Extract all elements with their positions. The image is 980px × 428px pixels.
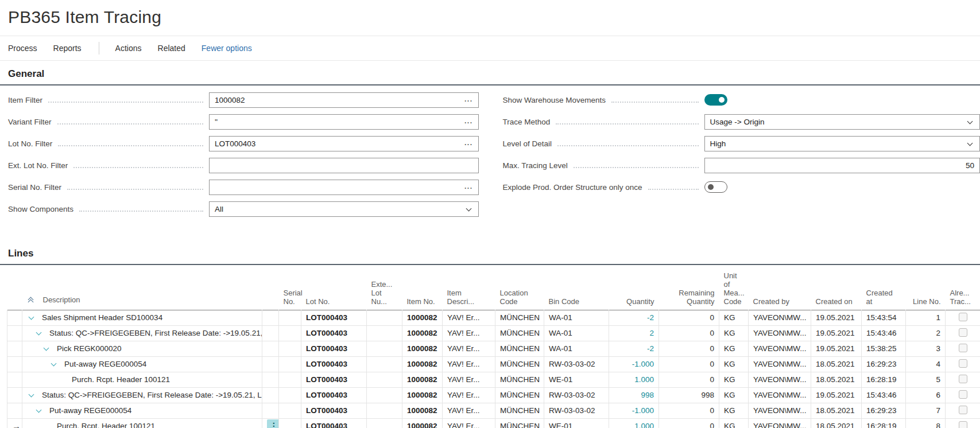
field-label-wrap: Serial No. Filter — [8, 183, 209, 192]
already-traced-checkbox[interactable] — [959, 406, 967, 414]
column-header-serial[interactable]: Serial No. — [279, 265, 301, 310]
column-header-bin[interactable]: Bin Code — [544, 265, 609, 310]
table-row[interactable]: Status: QC->FREIGEGEBEN, First Release D… — [7, 325, 980, 341]
table-row[interactable]: Put-away REGE000054LOT0004031000082YAV! … — [7, 356, 980, 372]
column-header-ext_lot[interactable]: Exte... Lot Nu... — [367, 265, 402, 310]
description-tree-node[interactable]: Status: QC->FREIGEGEBEN, First Release D… — [28, 326, 262, 341]
cell-already — [946, 356, 980, 372]
chevron-down-icon[interactable] — [44, 345, 49, 351]
column-header-item_desc[interactable]: Item Descri... — [443, 265, 495, 310]
explode-prod-order-structure-only-once-toggle[interactable] — [704, 181, 727, 193]
cell-qty[interactable]: -2 — [609, 341, 659, 356]
chevron-box — [28, 394, 42, 396]
description-tree-node[interactable]: Purch. Rcpt. Header 100121 — [28, 372, 262, 387]
cell-ext_lot — [367, 403, 402, 418]
table-row[interactable]: Pick REGK000020LOT0004031000082YAV! Er..… — [7, 341, 980, 356]
cell-qty[interactable]: -2 — [609, 310, 659, 325]
form-row-max-tracing-level: Max. Tracing Level50 — [503, 158, 980, 173]
cell-qty[interactable]: 1.000 — [609, 418, 659, 428]
lines-section-header[interactable]: Lines — [0, 246, 980, 265]
already-traced-checkbox[interactable] — [959, 375, 967, 383]
column-header-remaining[interactable]: Remaining Quantity — [659, 265, 719, 310]
chevron-down-icon[interactable] — [29, 314, 34, 320]
description-text: Put-away REGE000054 — [49, 403, 131, 418]
cell-qty[interactable]: 2 — [609, 325, 659, 341]
cell-qty[interactable]: -1.000 — [609, 356, 659, 372]
cell-description[interactable]: Put-away REGE000054 — [22, 403, 262, 418]
cell-qty[interactable]: -1.000 — [609, 403, 659, 418]
field-label-wrap: Explode Prod. Order Structure only once — [503, 183, 704, 192]
row-context-menu-button[interactable]: ⋮ — [267, 419, 279, 428]
already-traced-checkbox[interactable] — [959, 359, 967, 368]
table-row[interactable]: Sales Shipment Header SD100034LOT0004031… — [7, 310, 980, 325]
lookup-ellipsis-button[interactable]: ... — [464, 135, 473, 150]
variant-filter-input[interactable]: ''... — [209, 114, 479, 130]
cell-description[interactable]: Pick REGK000020 — [22, 341, 262, 356]
column-header-lot[interactable]: Lot No. — [301, 265, 367, 310]
chevron-down-icon[interactable] — [36, 329, 42, 335]
cell-description[interactable]: Purch. Rcpt. Header 100121 — [22, 418, 262, 428]
column-header-description[interactable]: Description — [22, 265, 262, 310]
cell-qty[interactable]: 998 — [609, 387, 659, 403]
already-traced-checkbox[interactable] — [959, 344, 967, 352]
cell-qty[interactable]: 1.000 — [609, 372, 659, 387]
column-header-uom[interactable]: Unit of Mea... Code — [719, 265, 749, 310]
action-related[interactable]: Related — [158, 44, 185, 53]
lookup-ellipsis-button[interactable]: ... — [464, 92, 473, 106]
already-traced-checkbox[interactable] — [959, 390, 967, 399]
column-header-qty[interactable]: Quantity — [609, 265, 659, 310]
table-row[interactable]: Purch. Rcpt. Header 100121LOT00040310000… — [7, 372, 980, 387]
already-traced-checkbox[interactable] — [959, 328, 967, 337]
description-tree-node[interactable]: Put-away REGE000054 — [28, 357, 262, 372]
lot-no-filter-input[interactable]: LOT000403... — [209, 136, 479, 151]
description-tree-node[interactable]: Pick REGK000020 — [28, 341, 262, 356]
cell-description[interactable]: Put-away REGE000054 — [22, 356, 262, 372]
chevron-down-icon — [967, 141, 973, 146]
show-components-select[interactable]: All — [209, 201, 479, 217]
column-header-created_at[interactable]: Created at — [862, 265, 906, 310]
table-row[interactable]: Put-away REGE000054LOT0004031000082YAV! … — [7, 403, 980, 418]
field-label-wrap: Show Components — [8, 205, 209, 213]
cell-serial — [279, 418, 301, 428]
table-row[interactable]: Status: QC->FREIGEGEBEN, First Release D… — [7, 387, 980, 403]
description-tree-node[interactable]: Sales Shipment Header SD100034 — [28, 310, 262, 325]
chevron-down-icon[interactable] — [51, 360, 57, 366]
form-row-explode-prod-order-structure-only-once: Explode Prod. Order Structure only once — [503, 180, 980, 195]
description-tree-node[interactable]: Purch. Rcpt. Header 100121 — [28, 419, 262, 428]
ext-lot-no-filter-input[interactable] — [209, 158, 479, 173]
level-of-detail-select[interactable]: High — [704, 136, 980, 151]
serial-no-filter-input[interactable]: ... — [209, 180, 479, 195]
general-section-header[interactable]: General — [0, 67, 980, 85]
description-tree-node[interactable]: Put-away REGE000054 — [28, 403, 262, 418]
fewer-options-link[interactable]: Fewer options — [202, 44, 252, 53]
action-process[interactable]: Process — [8, 44, 37, 53]
cell-description[interactable]: Status: QC->FREIGEGEBEN, First Release D… — [22, 387, 262, 403]
already-traced-checkbox[interactable] — [959, 421, 967, 428]
chevron-down-icon[interactable] — [36, 407, 42, 413]
description-tree-node[interactable]: Status: QC->FREIGEGEBEN, First Release D… — [28, 388, 262, 403]
column-header-already[interactable]: Alre... Trac... — [946, 265, 980, 310]
item-filter-input[interactable]: 1000082... — [209, 92, 479, 108]
action-actions[interactable]: Actions — [115, 44, 142, 53]
field-label: Variant Filter — [8, 118, 52, 126]
already-traced-checkbox[interactable] — [959, 313, 967, 321]
cell-description[interactable]: Sales Shipment Header SD100034 — [22, 310, 262, 325]
column-header-line_no[interactable]: Line No. — [906, 265, 946, 310]
field-value: '' — [215, 118, 218, 126]
column-header-item[interactable]: Item No. — [402, 265, 443, 310]
chevron-down-icon[interactable] — [29, 391, 34, 397]
lookup-ellipsis-button[interactable]: ... — [464, 114, 473, 128]
action-reports[interactable]: Reports — [53, 44, 82, 53]
column-header-created_on[interactable]: Created on — [811, 265, 862, 310]
max-tracing-level-input[interactable]: 50 — [704, 158, 980, 173]
cell-description[interactable]: Purch. Rcpt. Header 100121 — [22, 372, 262, 387]
column-header-location[interactable]: Location Code — [495, 265, 544, 310]
show-warehouse-movements-toggle[interactable] — [704, 94, 727, 106]
lookup-ellipsis-button[interactable]: ... — [464, 179, 473, 193]
collapse-all-icon[interactable] — [27, 298, 35, 304]
cell-description[interactable]: Status: QC->FREIGEGEBEN, First Release D… — [22, 325, 262, 341]
trace-method-select[interactable]: Usage -> Origin — [704, 114, 980, 130]
column-header-created_by[interactable]: Created by — [749, 265, 811, 310]
table-row[interactable]: →Purch. Rcpt. Header 100121⋮LOT000403100… — [7, 418, 980, 428]
cell-created_on: 19.05.2021 — [811, 325, 862, 341]
